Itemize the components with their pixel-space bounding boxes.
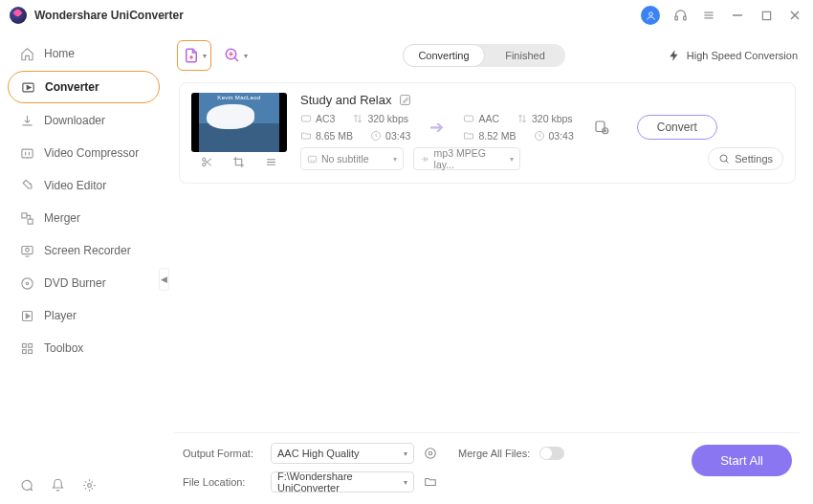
chevron-down-icon: ▾ (244, 52, 248, 60)
svg-point-41 (426, 449, 436, 459)
sidebar: Home Converter Downloader Video Compress… (0, 31, 167, 504)
svg-point-40 (720, 155, 727, 162)
convert-button[interactable]: Convert (637, 115, 717, 140)
svg-rect-1 (674, 16, 677, 20)
effects-tool[interactable] (259, 152, 282, 171)
output-settings-icon[interactable] (593, 119, 610, 136)
target-bitrate: 320 kbps (532, 113, 573, 124)
collapse-sidebar-button[interactable]: ◀ (159, 268, 169, 291)
audio-track-dropdown[interactable]: mp3 MPEG lay...▾ (413, 147, 520, 170)
svg-rect-7 (762, 11, 770, 19)
app-title: Wondershare UniConverter (34, 9, 184, 22)
dvd-burner-icon (19, 275, 34, 291)
open-folder-icon[interactable] (424, 475, 437, 489)
add-url-button[interactable]: ▾ (219, 41, 252, 70)
source-size: 8.65 MB (316, 130, 353, 142)
merge-all-toggle[interactable] (539, 447, 564, 460)
merge-label: Merge All Files: (458, 448, 530, 459)
tab-finished[interactable]: Finished (485, 44, 565, 67)
file-location-dropdown[interactable]: F:\Wondershare UniConverter▾ (271, 471, 414, 493)
sidebar-item-label: Video Editor (44, 179, 106, 192)
sidebar-item-label: DVD Burner (44, 276, 106, 290)
svg-rect-39 (308, 156, 316, 162)
svg-rect-12 (21, 149, 32, 158)
svg-rect-15 (21, 246, 32, 253)
sidebar-item-label: Screen Recorder (44, 244, 131, 257)
close-button[interactable] (786, 7, 803, 24)
subtitle-dropdown[interactable]: No subtitle▾ (300, 147, 404, 170)
svg-rect-21 (22, 343, 26, 347)
svg-marker-11 (27, 85, 31, 89)
output-format-info-icon[interactable] (424, 447, 437, 460)
svg-rect-2 (683, 16, 686, 20)
notification-icon[interactable] (51, 478, 65, 493)
svg-marker-20 (26, 314, 30, 318)
sidebar-item-label: Home (44, 47, 75, 60)
status-tabs: Converting Finished (403, 44, 565, 67)
add-file-button[interactable]: ▾ (177, 40, 211, 71)
sidebar-item-label: Downloader (44, 114, 105, 127)
sidebar-item-downloader[interactable]: Downloader (8, 105, 160, 136)
sidebar-item-player[interactable]: Player (8, 300, 160, 331)
high-speed-conversion-toggle[interactable]: High Speed Conversion (668, 49, 798, 62)
svg-point-25 (88, 484, 92, 488)
sidebar-item-dvd-burner[interactable]: DVD Burner (8, 268, 160, 298)
source-bitrate: 320 kbps (367, 113, 408, 124)
sidebar-item-toolbox[interactable]: Toolbox (8, 333, 160, 363)
feedback-icon[interactable] (19, 478, 33, 493)
svg-point-42 (428, 451, 432, 455)
crop-tool[interactable] (228, 152, 251, 171)
toolbox-icon (19, 340, 34, 356)
sidebar-item-screen-recorder[interactable]: Screen Recorder (8, 235, 160, 266)
sidebar-item-label: Video Compressor (44, 146, 139, 160)
converter-icon (20, 79, 35, 95)
source-duration: 03:43 (385, 130, 410, 142)
high-speed-label: High Speed Conversion (687, 50, 798, 61)
sidebar-item-merger[interactable]: Merger (8, 203, 160, 233)
file-card: Kevin MacLeod Study and Relax (179, 82, 796, 184)
chevron-down-icon: ▾ (203, 52, 207, 60)
edit-name-icon[interactable] (399, 94, 411, 106)
svg-rect-24 (28, 349, 32, 353)
svg-rect-37 (596, 121, 604, 132)
maximize-button[interactable] (758, 7, 775, 24)
svg-point-16 (25, 248, 29, 252)
sidebar-item-editor[interactable]: Video Editor (8, 170, 160, 201)
output-format-dropdown[interactable]: AAC High Quality▾ (271, 443, 414, 464)
merger-icon (19, 210, 34, 226)
sidebar-item-converter[interactable]: Converter (8, 71, 160, 103)
compressor-icon (19, 145, 34, 161)
app-logo (10, 7, 27, 24)
tab-converting[interactable]: Converting (403, 44, 485, 67)
user-avatar[interactable] (641, 6, 660, 25)
target-duration: 03:43 (549, 130, 574, 142)
headset-icon[interactable] (671, 7, 689, 24)
file-thumbnail[interactable]: Kevin MacLeod (191, 93, 287, 152)
svg-rect-13 (21, 212, 26, 217)
settings-icon[interactable] (82, 478, 97, 493)
file-settings-button[interactable]: Settings (708, 147, 783, 170)
svg-rect-23 (22, 349, 26, 353)
svg-point-18 (26, 282, 29, 285)
trim-tool[interactable] (196, 152, 219, 171)
menu-icon[interactable] (700, 7, 717, 24)
minimize-button[interactable] (729, 7, 746, 24)
svg-point-17 (21, 277, 32, 288)
sidebar-item-label: Merger (44, 211, 80, 225)
source-format: AC3 (316, 113, 335, 124)
screen-recorder-icon (19, 243, 34, 258)
sidebar-item-label: Player (44, 309, 77, 322)
sidebar-item-home[interactable]: Home (8, 38, 160, 69)
home-icon (19, 46, 34, 61)
start-all-button[interactable]: Start All (692, 445, 792, 476)
downloader-icon (19, 113, 34, 128)
file-name: Study and Relax (300, 93, 391, 107)
sidebar-item-label: Converter (45, 80, 99, 94)
svg-rect-14 (28, 219, 33, 224)
svg-point-0 (648, 11, 652, 15)
target-size: 8.52 MB (478, 130, 516, 142)
target-format: AAC (478, 113, 499, 124)
output-format-label: Output Format: (183, 448, 261, 459)
svg-rect-33 (302, 116, 311, 121)
sidebar-item-compressor[interactable]: Video Compressor (8, 138, 160, 168)
